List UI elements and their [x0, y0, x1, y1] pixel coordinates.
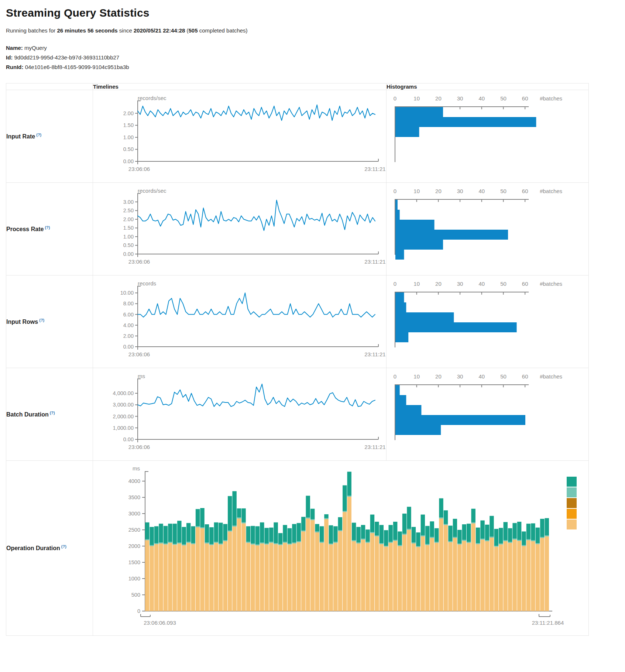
svg-text:50: 50	[500, 95, 506, 102]
page: Streaming Query Statistics Running batch…	[0, 7, 625, 636]
batch-duration-histogram-chart: 0102030405060#batches	[387, 368, 589, 461]
svg-text:23:11:21: 23:11:21	[364, 444, 385, 450]
legend-swatch-stack_light_teal	[567, 487, 577, 497]
svg-text:40: 40	[478, 281, 485, 287]
svg-text:23:11:21: 23:11:21	[364, 351, 385, 357]
svg-text:2,000.00: 2,000.00	[113, 414, 134, 419]
batch-duration-timeline-chart: ms0.001,000.002,000.003,000.004,000.0023…	[93, 368, 387, 461]
hist-input-rate-svg: 0102030405060#batches	[387, 90, 588, 182]
svg-text:23:11:21: 23:11:21	[364, 258, 385, 265]
svg-text:30: 30	[457, 188, 463, 194]
hist-input-rows-svg: 0102030405060#batches	[387, 275, 588, 368]
svg-text:0.00: 0.00	[123, 344, 134, 350]
status-prefix: Running batches for	[6, 27, 57, 34]
svg-text:1.50: 1.50	[123, 122, 134, 128]
svg-text:2.50: 2.50	[123, 208, 134, 213]
status-suffix: completed batches)	[198, 27, 248, 34]
process-rate-histogram-chart: 0102030405060#batches	[387, 183, 589, 275]
legend-swatch-stack_dark_orange	[567, 498, 577, 508]
svg-text:0: 0	[394, 373, 396, 380]
svg-text:1.00: 1.00	[123, 134, 134, 140]
svg-text:2000: 2000	[128, 543, 140, 549]
help-icon[interactable]: (?)	[45, 225, 50, 230]
svg-text:23:11:21.864: 23:11:21.864	[532, 620, 564, 626]
query-runid-line: RunId: 04e101e6-8bf8-4165-9099-9104c951b…	[6, 64, 625, 70]
query-id-label: Id:	[6, 54, 13, 61]
help-icon[interactable]: (?)	[39, 318, 44, 322]
svg-text:20: 20	[435, 373, 442, 380]
svg-text:10: 10	[413, 188, 420, 194]
svg-text:23:11:21: 23:11:21	[364, 166, 385, 172]
svg-text:60: 60	[522, 95, 528, 102]
svg-text:1000: 1000	[128, 576, 140, 582]
svg-text:1.00: 1.00	[123, 234, 134, 240]
row-label-input-rate: Input Rate(?)	[6, 90, 93, 183]
op-duration-svg: ms0500100015002000250030003500400023:06:…	[93, 461, 588, 635]
table-header-row: Timelines Histograms	[6, 83, 589, 90]
svg-text:40: 40	[478, 373, 485, 380]
input-rate-histogram-chart: 0102030405060#batches	[387, 90, 589, 183]
timeline-batch-duration-svg: ms0.001,000.002,000.003,000.004,000.0023…	[93, 368, 386, 460]
svg-text:0: 0	[394, 281, 396, 287]
query-id-line: Id: 9d0dd219-995d-423e-b97d-36931110bb27	[6, 54, 625, 61]
svg-text:3.00: 3.00	[123, 199, 134, 205]
svg-text:#batches: #batches	[540, 281, 562, 287]
svg-text:0.00: 0.00	[123, 251, 134, 257]
query-runid-label: RunId:	[6, 64, 23, 70]
input-rows-histogram-chart: 0102030405060#batches	[387, 275, 589, 368]
svg-text:1.50: 1.50	[123, 225, 134, 231]
svg-text:10: 10	[413, 373, 420, 380]
status-mid: since	[118, 27, 134, 34]
svg-text:50: 50	[500, 373, 506, 380]
page-title: Streaming Query Statistics	[6, 7, 625, 19]
svg-text:ms: ms	[133, 465, 140, 472]
svg-text:records/sec: records/sec	[138, 188, 166, 194]
svg-text:4000: 4000	[128, 478, 140, 484]
svg-text:2.00: 2.00	[123, 216, 134, 222]
svg-text:23:06:06.093: 23:06:06.093	[144, 620, 176, 626]
table-row-process-rate: Process Rate(?) records/sec0.000.501.001…	[6, 183, 589, 275]
svg-text:30: 30	[457, 281, 463, 287]
help-icon[interactable]: (?)	[61, 544, 66, 549]
legend-swatch-stack_tan	[567, 520, 577, 529]
row-label-process-rate: Process Rate(?)	[6, 183, 93, 275]
svg-text:10.00: 10.00	[120, 290, 134, 296]
timeline-input-rate-svg: records/sec0.000.501.001.502.0023:06:062…	[93, 90, 386, 182]
histograms-column-header: Histograms	[387, 83, 589, 90]
svg-text:1,000.00: 1,000.00	[113, 425, 134, 431]
svg-text:records/sec: records/sec	[138, 95, 166, 101]
query-id-value: 9d0dd219-995d-423e-b97d-36931110bb27	[14, 54, 120, 61]
svg-text:0: 0	[137, 608, 140, 614]
statistics-table: Timelines Histograms Input Rate(?) recor…	[6, 83, 589, 636]
svg-text:4.00: 4.00	[123, 322, 134, 328]
svg-text:23:06:06: 23:06:06	[128, 444, 150, 450]
svg-text:0.00: 0.00	[123, 158, 134, 164]
status-since: 2020/05/21 22:44:28	[134, 27, 185, 34]
status-batch-count: 505	[189, 27, 198, 34]
svg-text:records: records	[138, 280, 156, 287]
table-row-operation-duration: Operation Duration(?) ms0500100015002000…	[6, 461, 589, 636]
svg-text:0: 0	[394, 95, 396, 102]
input-rows-timeline-chart: records0.002.004.006.008.0010.0023:06:06…	[93, 275, 387, 368]
empty-header-cell	[6, 83, 93, 90]
svg-text:ms: ms	[138, 373, 145, 379]
svg-text:3500: 3500	[128, 494, 140, 500]
query-meta: Name: myQuery Id: 9d0dd219-995d-423e-b97…	[6, 45, 625, 70]
query-runid-value: 04e101e6-8bf8-4165-9099-9104c951ba3b	[25, 64, 129, 70]
timelines-column-header: Timelines	[93, 83, 387, 90]
help-icon[interactable]: (?)	[36, 133, 41, 137]
svg-text:2.00: 2.00	[123, 333, 134, 339]
help-icon[interactable]: (?)	[50, 411, 55, 415]
table-row-input-rows: Input Rows(?) records0.002.004.006.008.0…	[6, 275, 589, 368]
input-rate-timeline-chart: records/sec0.000.501.001.502.0023:06:062…	[93, 90, 387, 183]
svg-text:50: 50	[500, 188, 506, 194]
status-paren: (	[185, 27, 188, 34]
svg-text:6.00: 6.00	[123, 312, 134, 318]
svg-text:0.50: 0.50	[123, 146, 134, 152]
svg-text:3000: 3000	[128, 511, 140, 517]
svg-text:3,000.00: 3,000.00	[113, 402, 134, 408]
svg-text:10: 10	[413, 281, 420, 287]
timeline-input-rows-svg: records0.002.004.006.008.0010.0023:06:06…	[93, 275, 386, 368]
svg-text:30: 30	[457, 373, 463, 380]
svg-text:#batches: #batches	[540, 95, 562, 102]
